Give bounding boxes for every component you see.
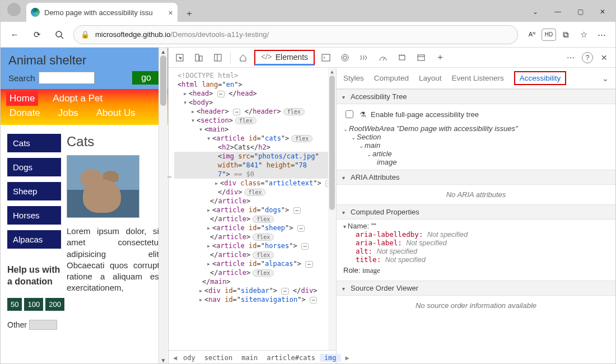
nav-adopt[interactable]: Adopt a Pet — [49, 91, 106, 106]
device-icon[interactable] — [191, 51, 207, 64]
window-minimize-icon[interactable]: — — [547, 4, 568, 20]
crumb-img[interactable]: img — [320, 354, 341, 362]
panel-icon[interactable] — [210, 51, 226, 64]
devtools-more-icon[interactable]: ⋯ — [563, 51, 578, 64]
category-alpacas[interactable]: Alpacas — [7, 230, 61, 249]
dom-article-dogs-close[interactable]: </article>flex — [174, 214, 334, 223]
computed-name[interactable]: ▾ Name: "" — [343, 222, 609, 230]
dom-article-cats-close[interactable]: </article> — [174, 197, 334, 206]
window-maximize-icon[interactable]: ▢ — [570, 4, 591, 20]
dom-sitenav[interactable]: ▸<nav id="sitenavigation"> ⋯ — [174, 295, 334, 304]
network-icon[interactable] — [356, 51, 372, 64]
donate-other-input[interactable] — [29, 320, 57, 330]
crumb-prev-icon[interactable]: ◀ — [169, 354, 179, 362]
dom-section[interactable]: ▾<section>flex — [174, 116, 334, 125]
category-cats[interactable]: Cats — [7, 134, 61, 152]
category-horses[interactable]: Horses — [7, 206, 61, 225]
dom-sidebar[interactable]: ▸<div id="sidebar"> ⋯ </div> — [174, 286, 334, 295]
nav-about[interactable]: About Us — [93, 106, 139, 120]
nav-donate[interactable]: Donate — [6, 106, 44, 120]
dom-html[interactable]: <html lang="en"> — [174, 80, 334, 89]
category-sheep[interactable]: Sheep — [7, 182, 61, 200]
section-aria[interactable]: ARIA Attributes — [337, 170, 615, 185]
search-button[interactable] — [51, 26, 68, 43]
section-computed[interactable]: Computed Properties — [337, 204, 615, 220]
section-a11y-tree[interactable]: Accessibility Tree — [337, 89, 615, 104]
dom-main[interactable]: ▾<main> — [174, 125, 334, 134]
devtools-close-icon[interactable]: ✕ — [596, 51, 612, 64]
inspect-icon[interactable] — [172, 51, 188, 64]
welcome-icon[interactable] — [235, 51, 251, 64]
dom-article-horses[interactable]: ▸<article id="horses"> ⋯ — [174, 241, 334, 250]
crumb-main[interactable]: main — [237, 354, 262, 362]
performance-icon[interactable] — [375, 51, 391, 64]
dom-img-selected[interactable]: <img src="photos/cat.jpg" — [174, 152, 334, 161]
donate-100[interactable]: 100 — [24, 298, 43, 311]
scroll-up-icon[interactable]: ▲ — [159, 49, 167, 55]
nav-jobs[interactable]: Jobs — [55, 106, 82, 120]
dom-article-horses-close[interactable]: </article>flex — [174, 250, 334, 259]
dom-article-sheep[interactable]: ▸<article id="sheep"> ⋯ — [174, 223, 334, 232]
dom-article-sheep-close[interactable]: </article>flex — [174, 232, 334, 241]
dom-h2[interactable]: <h2>Cats</h2> — [174, 143, 334, 152]
section-source-order[interactable]: Source Order Viewer — [337, 281, 615, 296]
favorite-star-icon[interactable]: ☆ — [575, 26, 592, 43]
dom-article-dogs[interactable]: ▸<article id="dogs"> ⋯ — [174, 206, 334, 214]
tab-computed[interactable]: Computed — [374, 74, 409, 82]
crumb-section[interactable]: section — [200, 354, 237, 362]
read-aloud-icon[interactable]: Aᴺ — [524, 26, 540, 43]
browser-tab[interactable]: Demo page with accessibility issu — [26, 3, 178, 22]
tab-close-icon[interactable] — [162, 8, 173, 17]
donate-200[interactable]: 200 — [45, 298, 64, 311]
refresh-button[interactable]: ⟳ — [29, 26, 45, 43]
dom-articletext-close[interactable]: </div>flex — [174, 188, 334, 197]
dom-scroll-up-icon[interactable]: ▲ — [328, 68, 336, 74]
tab-accessibility[interactable]: Accessibility — [514, 71, 567, 85]
dom-scroll-thumb[interactable] — [329, 76, 335, 210]
sources-icon[interactable] — [337, 51, 353, 64]
crumb-body[interactable]: ody — [179, 354, 200, 362]
console-icon[interactable] — [318, 51, 334, 64]
dom-body[interactable]: ▾<body> — [174, 98, 334, 107]
side-tabs-more-icon[interactable]: ⌄ — [602, 74, 609, 83]
tab-layout[interactable]: Layout — [419, 74, 442, 82]
viewport-scrollbar[interactable]: ▲ ▼ — [158, 48, 167, 364]
scroll-down-icon[interactable]: ▼ — [159, 357, 167, 363]
window-close-icon[interactable]: ✕ — [592, 4, 613, 20]
hd-icon[interactable]: HD — [542, 29, 556, 41]
tab-styles[interactable]: Styles — [343, 74, 364, 82]
scroll-thumb[interactable] — [160, 55, 166, 106]
plus-icon[interactable]: ＋ — [432, 51, 448, 64]
address-bar[interactable]: 🔒 microsoftedge.github.io/Demos/devtools… — [73, 25, 518, 44]
collections-icon[interactable]: ⧉ — [557, 26, 574, 43]
dom-img-line3[interactable]: 7"> == $0 — [174, 170, 334, 179]
search-input[interactable] — [39, 72, 95, 84]
new-tab-button[interactable]: ＋ — [181, 5, 198, 22]
dom-article-alpacas-close[interactable]: </article>flex — [174, 268, 334, 277]
enable-fullpage-checkbox[interactable] — [346, 110, 353, 118]
window-dropdown-icon[interactable]: ⌄ — [525, 4, 546, 20]
dom-doctype[interactable]: <!DOCTYPE html> — [174, 71, 334, 80]
nav-home[interactable]: Home — [6, 91, 38, 106]
dom-img-line2[interactable]: width="841" height="78 — [174, 161, 334, 170]
donate-50[interactable]: 50 — [7, 298, 22, 311]
dom-articletext[interactable]: ▸<div class="articletext"> ⋯ — [174, 179, 334, 188]
crumb-next-icon[interactable]: ▶ — [341, 354, 351, 362]
go-button[interactable]: go — [132, 71, 160, 85]
dom-article-cats[interactable]: ▾<article id="cats">flex — [174, 134, 334, 143]
tab-elements[interactable]: </> Elements — [254, 50, 315, 66]
profile-avatar[interactable] — [7, 3, 21, 16]
dom-scrollbar[interactable]: ▲ — [328, 68, 336, 350]
tab-event-listeners[interactable]: Event Listeners — [452, 74, 504, 82]
crumb-article[interactable]: article#cats — [262, 354, 320, 362]
dom-gutter-icon[interactable]: ⋯ — [167, 173, 171, 181]
devtools-help-icon[interactable]: ? — [582, 52, 593, 63]
category-dogs[interactable]: Dogs — [7, 158, 61, 176]
dom-head[interactable]: ▸<head> ⋯ </head> — [174, 89, 334, 98]
toolbar-more-icon[interactable]: ⋯ — [593, 26, 610, 43]
back-button[interactable]: ← — [6, 26, 23, 43]
dom-header[interactable]: ▸<header> ⋯ </header>flex — [174, 107, 334, 116]
dom-article-alpacas[interactable]: ▸<article id="alpacas"> ⋯ — [174, 259, 334, 268]
app-icon[interactable] — [413, 51, 429, 64]
dom-main-close[interactable]: </main> — [174, 277, 334, 286]
